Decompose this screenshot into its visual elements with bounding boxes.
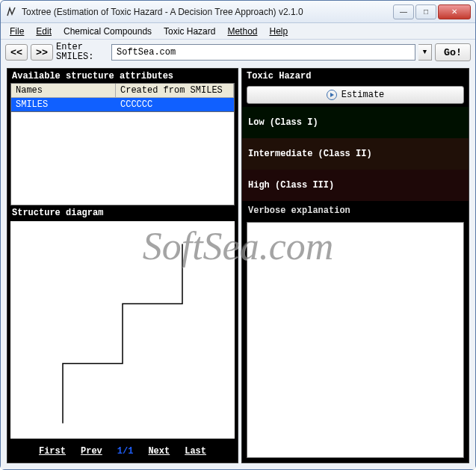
close-button[interactable]: ✕: [438, 4, 471, 19]
smiles-dropdown-arrow[interactable]: ▼: [418, 44, 432, 61]
left-pane: Available structure attributes Names Cre…: [7, 68, 238, 463]
diagram-title: Structure diagram: [7, 205, 238, 220]
attributes-table: Names Created from SMILES SMILES CCCCCC: [10, 83, 235, 112]
pager-prev[interactable]: Prev: [81, 446, 102, 457]
attribute-row[interactable]: SMILES CCCCCC: [11, 98, 234, 111]
pager: First Prev 1/1 Next Last: [7, 442, 238, 463]
hazard-classes: Low (Class I) Intermediate (Class II) Hi…: [242, 107, 469, 201]
attributes-title: Available structure attributes: [7, 69, 238, 83]
attr-name-cell: SMILES: [11, 98, 116, 111]
pager-next[interactable]: Next: [148, 446, 170, 457]
pager-last[interactable]: Last: [185, 446, 206, 457]
toolbar: << >> Enter SMILES: ▼ Go!: [1, 40, 475, 65]
app-icon: [5, 6, 17, 18]
maximize-button[interactable]: □: [415, 4, 436, 19]
menu-hazard[interactable]: Toxic Hazard: [158, 25, 221, 38]
hazard-high[interactable]: High (Class III): [242, 170, 469, 201]
attr-value-cell: CCCCCC: [116, 98, 234, 111]
app-window: Toxtree (Estimation of Toxic Hazard - A …: [0, 0, 476, 470]
titlebar[interactable]: Toxtree (Estimation of Toxic Hazard - A …: [1, 1, 475, 23]
go-button[interactable]: Go!: [435, 43, 471, 61]
pager-counter: 1/1: [117, 446, 134, 457]
right-pane: Toxic Hazard Estimate Low (Class I) Inte…: [241, 68, 469, 463]
content-area: Available structure attributes Names Cre…: [1, 65, 475, 469]
pager-first[interactable]: First: [39, 446, 66, 457]
next-record-button[interactable]: >>: [31, 44, 53, 61]
col-value-header[interactable]: Created from SMILES: [116, 84, 234, 97]
hazard-low[interactable]: Low (Class I): [242, 107, 469, 138]
menu-method[interactable]: Method: [221, 25, 263, 38]
menubar: File Edit Chemical Compounds Toxic Hazar…: [1, 23, 475, 40]
smiles-input[interactable]: [111, 44, 415, 61]
attributes-empty-area: [10, 112, 235, 205]
menu-help[interactable]: Help: [263, 25, 294, 38]
hazard-intermediate[interactable]: Intermediate (Class II): [242, 138, 469, 170]
explanation-title: Verbose explanation: [242, 201, 469, 220]
menu-file[interactable]: File: [4, 25, 30, 38]
col-names-header[interactable]: Names: [11, 84, 116, 97]
estimate-button[interactable]: Estimate: [247, 86, 464, 104]
prev-record-button[interactable]: <<: [5, 44, 28, 61]
menu-compounds[interactable]: Chemical Compounds: [58, 25, 158, 38]
smiles-label: Enter SMILES:: [56, 43, 108, 62]
play-icon: [327, 90, 337, 100]
window-title: Toxtree (Estimation of Toxic Hazard - A …: [22, 7, 393, 17]
structure-diagram: [10, 221, 235, 439]
explanation-area[interactable]: [247, 222, 464, 458]
estimate-label: Estimate: [341, 90, 385, 100]
hazard-title: Toxic Hazard: [242, 69, 469, 83]
menu-edit[interactable]: Edit: [30, 25, 58, 38]
attributes-header: Names Created from SMILES: [11, 84, 234, 98]
minimize-button[interactable]: —: [393, 4, 414, 19]
